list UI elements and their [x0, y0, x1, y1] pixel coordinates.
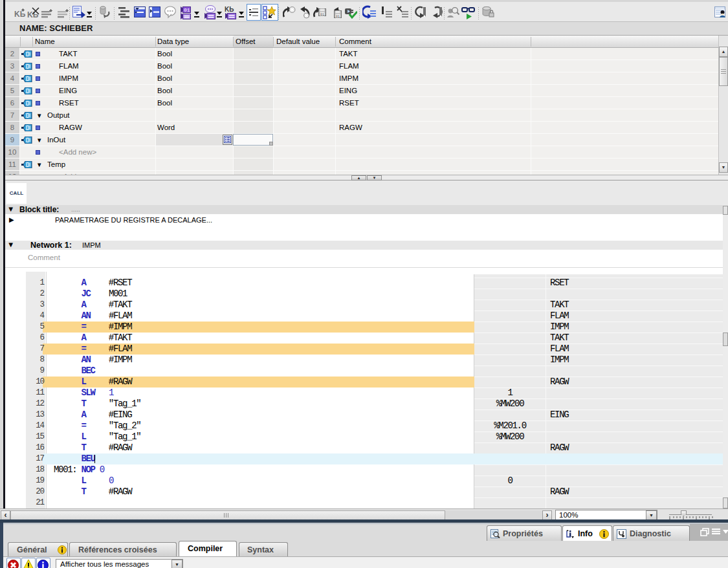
svg-text:01: 01	[184, 7, 190, 13]
svg-text:01: 01	[320, 13, 324, 17]
svg-text:01: 01	[336, 15, 340, 19]
svg-text:KЬ: KЬ	[225, 6, 234, 13]
svg-text:KЬ: KЬ	[14, 10, 26, 19]
